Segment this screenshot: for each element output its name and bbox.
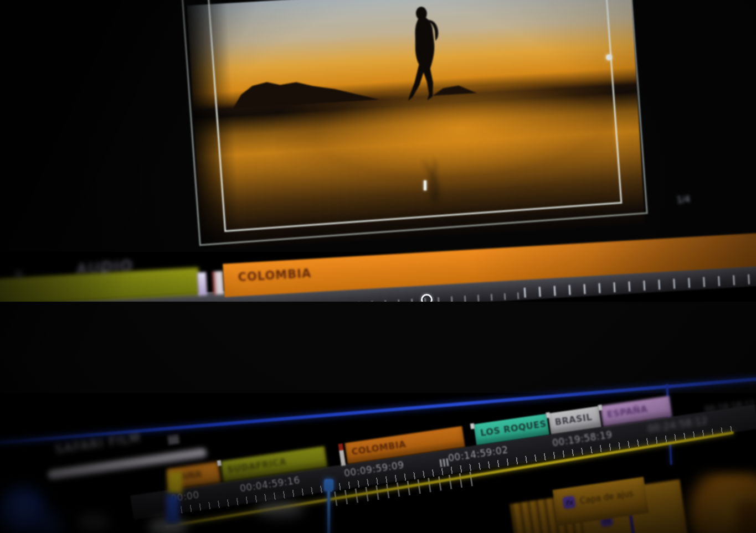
timeline-playhead[interactable] (327, 482, 330, 533)
fx-badge-bokeh (166, 495, 179, 524)
timeline-panel: SAFARI FILM 00:00 00:04:59:16 00:09:59:0… (0, 0, 756, 533)
playhead-handle[interactable] (324, 479, 333, 491)
bokeh-white-glow (78, 515, 109, 531)
adjustment-clip-label: Capa de ajus (579, 488, 634, 506)
clip-marker-icon[interactable] (439, 458, 449, 467)
clip-label: ESPAÑA (606, 403, 649, 420)
panel-menu-icon[interactable] (167, 435, 179, 444)
fx-badge: fx (563, 496, 576, 509)
clip-label: BRASIL (554, 412, 593, 428)
clip-label: COLOMBIA (351, 439, 407, 457)
corner-orange-clip-bokeh (737, 501, 756, 533)
clip-edit-notch (470, 423, 475, 429)
sequence-tab[interactable]: SAFARI FILM (54, 431, 142, 457)
clip-cut-sliver (338, 443, 346, 466)
clip-label: SUDAFRICA (227, 456, 287, 475)
clip-edit-notch (598, 405, 602, 411)
bokeh-white-glow (256, 501, 304, 518)
clip-edit-notch (217, 460, 222, 466)
clip-edge-yellow (168, 472, 182, 494)
clip-edit-notch (546, 412, 550, 418)
clip-label: LOS ROQUES (480, 418, 547, 438)
